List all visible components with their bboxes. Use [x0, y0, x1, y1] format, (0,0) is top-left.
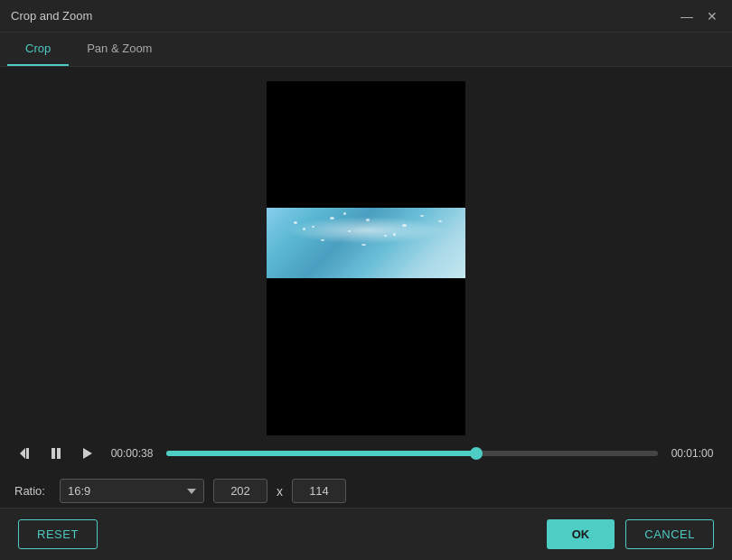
ratio-row: Ratio: 16:9 4:3 1:1 9:16 Custom x — [0, 471, 732, 508]
svg-rect-2 — [52, 448, 55, 459]
video-preview — [267, 81, 465, 435]
svg-rect-3 — [57, 448, 61, 459]
total-time: 00:01:00 — [667, 447, 718, 460]
video-frame — [267, 208, 465, 278]
rewind-icon — [18, 446, 33, 461]
tab-crop[interactable]: Crop — [7, 33, 69, 66]
pause-button[interactable] — [45, 443, 67, 464]
window-title: Crop and Zoom — [11, 9, 92, 23]
close-button[interactable]: ✕ — [703, 7, 721, 25]
svg-rect-1 — [26, 448, 29, 459]
fish-particles — [267, 208, 465, 278]
window-controls: — ✕ — [678, 7, 721, 25]
ratio-label: Ratio: — [14, 484, 51, 498]
minimize-button[interactable]: — — [678, 7, 696, 25]
height-input[interactable] — [292, 479, 346, 503]
rewind-button[interactable] — [14, 443, 36, 464]
x-separator: x — [277, 484, 283, 499]
main-content: 00:00:38 00:01:00 Ratio: 16:9 4:3 1:1 9:… — [0, 67, 732, 508]
width-input[interactable] — [213, 479, 267, 503]
playback-controls: 00:00:38 00:01:00 — [0, 435, 732, 471]
reset-button[interactable]: RESET — [18, 519, 98, 549]
progress-bar[interactable] — [166, 451, 658, 456]
cancel-button[interactable]: CANCEL — [625, 519, 714, 549]
play-button[interactable] — [76, 443, 98, 464]
play-icon — [80, 446, 94, 461]
svg-marker-0 — [20, 448, 25, 459]
ratio-select[interactable]: 16:9 4:3 1:1 9:16 Custom — [60, 479, 204, 503]
progress-fill — [166, 451, 476, 456]
progress-thumb[interactable] — [470, 447, 483, 460]
footer: RESET OK CANCEL — [0, 508, 732, 560]
ok-button[interactable]: OK — [547, 519, 615, 549]
footer-right-buttons: OK CANCEL — [547, 519, 714, 549]
video-black-top — [267, 81, 465, 208]
svg-marker-4 — [83, 448, 92, 459]
tabs-bar: Crop Pan & Zoom — [0, 33, 732, 67]
video-black-bottom — [267, 278, 465, 435]
pause-icon — [49, 446, 63, 461]
tab-pan-zoom[interactable]: Pan & Zoom — [69, 33, 170, 66]
title-bar: Crop and Zoom — ✕ — [0, 0, 732, 33]
current-time: 00:00:38 — [107, 447, 157, 460]
